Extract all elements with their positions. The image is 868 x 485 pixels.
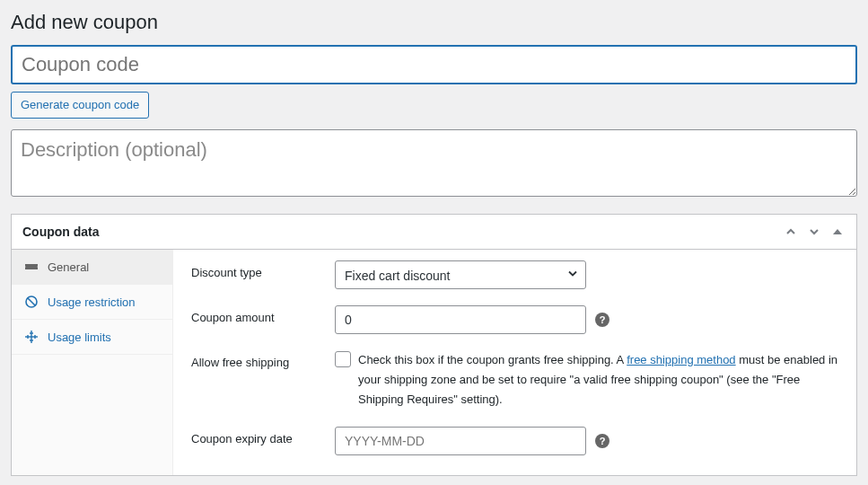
no-entry-icon — [24, 295, 39, 309]
svg-line-1 — [28, 298, 36, 306]
panel-controls — [783, 224, 846, 240]
tab-label: General — [48, 260, 89, 274]
free-shipping-checkbox[interactable] — [335, 351, 351, 367]
discount-type-row: Discount type Fixed cart discount — [191, 260, 838, 289]
expiry-date-input[interactable] — [335, 427, 586, 455]
ticket-icon — [24, 260, 39, 274]
discount-type-select[interactable]: Fixed cart discount — [335, 260, 586, 289]
free-shipping-method-link[interactable]: free shipping method — [627, 353, 735, 366]
tabs-sidebar: General Usage restriction — [12, 250, 173, 474]
panel-up-icon[interactable] — [783, 224, 799, 240]
tab-content: Discount type Fixed cart discount Coupon… — [173, 250, 856, 474]
tab-usage-restriction[interactable]: Usage restriction — [12, 285, 172, 320]
panel-toggle-icon[interactable] — [829, 224, 846, 240]
free-shipping-label: Allow free shipping — [191, 350, 335, 369]
sliders-icon — [24, 330, 39, 344]
help-icon[interactable]: ? — [595, 313, 609, 327]
panel-title: Coupon data — [22, 225, 100, 239]
tab-label: Usage limits — [48, 331, 111, 344]
free-shipping-row: Allow free shipping Check this box if th… — [191, 350, 838, 410]
coupon-amount-row: Coupon amount ? — [191, 305, 838, 334]
expiry-date-label: Coupon expiry date — [191, 427, 335, 445]
expiry-date-row: Coupon expiry date ? — [191, 427, 838, 455]
panel-down-icon[interactable] — [806, 224, 822, 240]
coupon-data-panel: Coupon data General — [11, 214, 857, 475]
discount-type-label: Discount type — [191, 260, 335, 279]
description-input[interactable] — [11, 129, 857, 197]
panel-body: General Usage restriction — [12, 250, 856, 474]
tab-label: Usage restriction — [48, 295, 136, 309]
coupon-code-input[interactable] — [11, 45, 857, 84]
coupon-amount-label: Coupon amount — [191, 305, 335, 324]
help-icon[interactable]: ? — [595, 434, 609, 448]
page-title: Add new coupon — [11, 11, 857, 34]
tab-general[interactable]: General — [12, 250, 172, 285]
free-shipping-description: Check this box if the coupon grants free… — [358, 350, 838, 410]
generate-coupon-button[interactable]: Generate coupon code — [11, 92, 149, 119]
panel-header: Coupon data — [12, 215, 856, 250]
coupon-amount-input[interactable] — [335, 305, 586, 334]
tab-usage-limits[interactable]: Usage limits — [12, 320, 172, 355]
